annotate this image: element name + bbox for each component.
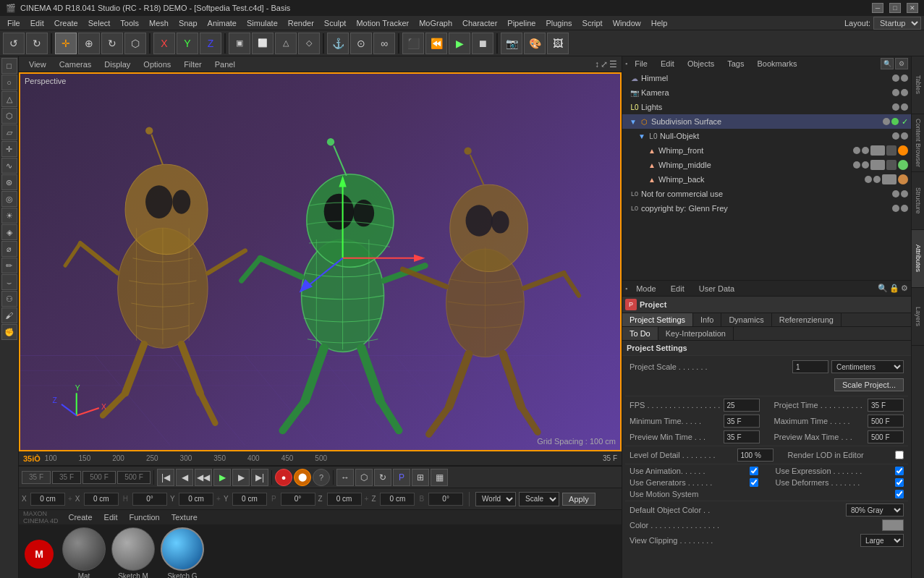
attr-subtab-todo[interactable]: To Do bbox=[622, 327, 658, 340]
toolbar-redo[interactable]: ↻ bbox=[26, 33, 48, 54]
mat-tab-create[interactable]: Create bbox=[64, 512, 97, 522]
timeline-start-field[interactable] bbox=[22, 471, 51, 484]
obj-row-himmel[interactable]: ☁ Himmel bbox=[622, 71, 911, 85]
vis-render-himmel[interactable] bbox=[901, 75, 908, 82]
tool-polygon-pen[interactable]: ✏ bbox=[1, 258, 17, 273]
menu-motion-tracker[interactable]: Motion Tracker bbox=[352, 17, 413, 29]
menu-edit[interactable]: Edit bbox=[26, 17, 48, 29]
vis-r3[interactable] bbox=[873, 176, 881, 183]
vis-r4[interactable] bbox=[901, 190, 908, 197]
vis-e2[interactable] bbox=[853, 161, 860, 169]
obj-row-notcommercial[interactable]: L0 Not for commercial use bbox=[622, 187, 911, 201]
obj-row-whimp-front[interactable]: ▲ Whimp_front bbox=[622, 143, 911, 158]
tool-spline[interactable]: ∿ bbox=[1, 158, 17, 174]
attr-use-motion-checkbox[interactable] bbox=[895, 490, 904, 498]
vis-editor-himmel[interactable] bbox=[892, 75, 899, 82]
attr-project-scale-unit[interactable]: Centimeters bbox=[831, 360, 904, 373]
tag-whimp-mid-1[interactable] bbox=[870, 160, 885, 170]
vis-editor-null[interactable] bbox=[892, 132, 899, 140]
tag-whimp-front-3[interactable] bbox=[898, 145, 908, 156]
timeline-goto-end[interactable]: ▶| bbox=[251, 469, 268, 486]
vis-r5[interactable] bbox=[901, 205, 908, 212]
layout-dropdown[interactable]: Startup bbox=[873, 17, 921, 30]
attr-preview-min-input[interactable] bbox=[724, 430, 760, 443]
attr-use-deformers-checkbox[interactable] bbox=[895, 478, 904, 487]
obj-row-subdivision[interactable]: ▼ ⬡ Subdivision Surface ✓ bbox=[622, 114, 911, 129]
tool-joint[interactable]: ⚇ bbox=[1, 291, 17, 307]
vis-editor-lights[interactable] bbox=[892, 103, 899, 111]
tag-whimp-front-1[interactable] bbox=[870, 145, 885, 156]
coord-z-input[interactable] bbox=[327, 493, 362, 506]
rstrip-content-browser[interactable]: Content Browser bbox=[912, 114, 924, 172]
vis-render-null[interactable] bbox=[901, 132, 908, 140]
vis-e1[interactable] bbox=[853, 147, 860, 154]
obj-header-objects[interactable]: Objects bbox=[682, 59, 720, 69]
menu-animate[interactable]: Animate bbox=[203, 17, 241, 29]
timeline-play-back[interactable]: ◀◀ bbox=[195, 469, 212, 486]
rstrip-layers[interactable]: Layers bbox=[912, 288, 924, 346]
toolbar-loop[interactable]: ∞ bbox=[373, 33, 395, 54]
obj-row-whimp-back[interactable]: ▲ Whimp_back bbox=[622, 172, 911, 187]
attr-fps-input[interactable] bbox=[724, 399, 760, 412]
obj-row-kamera[interactable]: 📷 Kamera bbox=[622, 85, 911, 100]
tool-sweep[interactable]: ⊛ bbox=[1, 174, 17, 190]
attr-icon-lock[interactable]: 🔒 bbox=[889, 284, 899, 293]
vis-e4[interactable] bbox=[892, 190, 899, 197]
vtab-display[interactable]: Display bbox=[98, 59, 136, 70]
menu-mograph[interactable]: MoGraph bbox=[415, 17, 457, 29]
attr-tab-dynamics[interactable]: Dynamics bbox=[721, 313, 771, 326]
timeline-end-field[interactable] bbox=[82, 471, 116, 484]
menu-simulate[interactable]: Simulate bbox=[242, 17, 282, 29]
tool-cone[interactable]: △ bbox=[1, 91, 17, 107]
menu-help[interactable]: Help bbox=[647, 17, 672, 29]
toolbar-axis-y[interactable]: Y bbox=[177, 33, 198, 54]
coord-b-input[interactable] bbox=[428, 493, 463, 506]
material-item-mat[interactable]: Mat bbox=[62, 527, 106, 578]
vtab-options[interactable]: Options bbox=[137, 59, 177, 70]
attr-use-animation-checkbox[interactable] bbox=[750, 467, 758, 475]
attr-default-obj-color-select[interactable]: 80% Gray bbox=[846, 503, 904, 517]
tool-sphere[interactable]: ○ bbox=[1, 75, 17, 90]
toolbar-render-preview[interactable]: 🎨 bbox=[524, 33, 546, 54]
titlebar-controls[interactable]: ─ □ ✕ bbox=[872, 3, 918, 13]
timeline-next-frame[interactable]: ▶ bbox=[232, 469, 250, 486]
apply-button[interactable]: Apply bbox=[562, 493, 595, 506]
mat-tab-function[interactable]: Function bbox=[125, 512, 164, 522]
timeline-goto-start[interactable]: |◀ bbox=[157, 469, 174, 486]
timeline-bookmark[interactable]: P bbox=[393, 469, 410, 486]
obj-header-file[interactable]: File bbox=[629, 59, 653, 69]
mat-tab-edit[interactable]: Edit bbox=[100, 512, 122, 522]
tool-plane[interactable]: ▱ bbox=[1, 124, 17, 140]
viewport-move-icon[interactable]: ↕ bbox=[595, 59, 599, 69]
attr-max-time-input[interactable] bbox=[868, 415, 904, 428]
tag-whimp-mid-3[interactable] bbox=[898, 160, 908, 170]
coord-x2-input[interactable] bbox=[84, 493, 119, 506]
vis-render-lights[interactable] bbox=[901, 103, 908, 111]
toolbar-axis-z[interactable]: Z bbox=[200, 33, 221, 54]
menu-select[interactable]: Select bbox=[84, 17, 115, 29]
rstrip-structure[interactable]: Structure bbox=[912, 172, 924, 230]
material-item-sketch2[interactable]: Sketch G bbox=[161, 527, 204, 578]
tool-knife[interactable]: ⌀ bbox=[1, 241, 17, 257]
rstrip-tables[interactable]: Tables bbox=[912, 56, 924, 114]
attr-preview-max-input[interactable] bbox=[868, 430, 904, 443]
attr-header-userdata[interactable]: User Data bbox=[693, 283, 741, 294]
attr-color-box[interactable] bbox=[882, 519, 904, 531]
toolbar-play-forward[interactable]: ▶ bbox=[449, 33, 470, 54]
timeline-key-record[interactable]: ⬤ bbox=[294, 469, 311, 486]
toolbar-points-mode[interactable]: ⬜ bbox=[252, 33, 274, 54]
timeline-key-mode[interactable]: ⬡ bbox=[355, 469, 373, 486]
mat-tab-texture[interactable]: Texture bbox=[167, 512, 202, 522]
coord-y-input[interactable] bbox=[179, 493, 213, 506]
attr-project-scale-input[interactable] bbox=[792, 360, 828, 373]
menu-script[interactable]: Script bbox=[578, 17, 607, 29]
timeline-move-keys[interactable]: ↔ bbox=[336, 469, 354, 486]
attr-lod-input[interactable] bbox=[737, 449, 773, 462]
timeline-play-forward[interactable]: ▶ bbox=[213, 469, 231, 486]
menu-mesh[interactable]: Mesh bbox=[145, 17, 173, 29]
timeline-grid-toggle[interactable]: ⊞ bbox=[412, 469, 429, 486]
scale-project-button[interactable]: Scale Project... bbox=[834, 378, 904, 391]
coord-x-input[interactable] bbox=[30, 493, 65, 506]
toolbar-live-selection[interactable]: ⊙ bbox=[350, 33, 372, 54]
obj-header-bookmarks[interactable]: Bookmarks bbox=[751, 59, 802, 69]
